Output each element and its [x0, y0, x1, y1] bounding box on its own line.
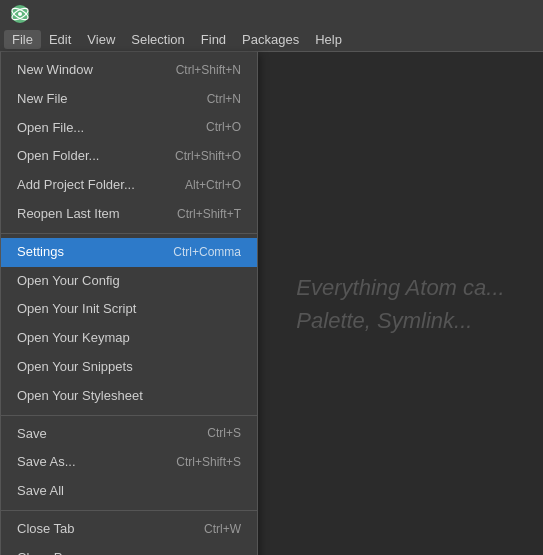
main-content-text: Everything Atom ca...Palette, Symlink... [276, 251, 524, 357]
menu-separator [1, 415, 257, 416]
menu-item-save-all[interactable]: Save All [1, 477, 257, 506]
menu-item-close-pane[interactable]: Close Pane [1, 544, 257, 555]
menu-item-label-save-all: Save All [17, 481, 64, 502]
menu-item-shortcut-open-folder: Ctrl+Shift+O [175, 147, 241, 166]
menu-item-label-reopen-last-item: Reopen Last Item [17, 204, 120, 225]
file-dropdown-menu: New WindowCtrl+Shift+NNew FileCtrl+NOpen… [0, 52, 258, 555]
menu-item-close-tab[interactable]: Close TabCtrl+W [1, 515, 257, 544]
menu-bar-item-find[interactable]: Find [193, 30, 234, 49]
menu-item-new-file[interactable]: New FileCtrl+N [1, 85, 257, 114]
menu-item-label-open-your-keymap: Open Your Keymap [17, 328, 130, 349]
menu-item-label-open-your-stylesheet: Open Your Stylesheet [17, 386, 143, 407]
menu-item-label-close-tab: Close Tab [17, 519, 75, 540]
menu-item-open-your-init-script[interactable]: Open Your Init Script [1, 295, 257, 324]
menu-item-label-open-folder: Open Folder... [17, 146, 99, 167]
menu-item-label-open-your-snippets: Open Your Snippets [17, 357, 133, 378]
menu-bar: FileEditViewSelectionFindPackagesHelp [0, 28, 543, 52]
menu-item-label-open-file: Open File... [17, 118, 84, 139]
menu-item-open-folder[interactable]: Open Folder...Ctrl+Shift+O [1, 142, 257, 171]
menu-bar-item-view[interactable]: View [79, 30, 123, 49]
menu-item-shortcut-reopen-last-item: Ctrl+Shift+T [177, 205, 241, 224]
menu-bar-item-selection[interactable]: Selection [123, 30, 192, 49]
menu-item-shortcut-add-project-folder: Alt+Ctrl+O [185, 176, 241, 195]
menu-item-reopen-last-item[interactable]: Reopen Last ItemCtrl+Shift+T [1, 200, 257, 229]
menu-item-shortcut-settings: Ctrl+Comma [173, 243, 241, 262]
menu-item-label-save-as: Save As... [17, 452, 76, 473]
menu-item-label-save: Save [17, 424, 47, 445]
atom-logo-icon [10, 4, 30, 24]
menu-item-shortcut-close-tab: Ctrl+W [204, 520, 241, 539]
menu-item-label-close-pane: Close Pane [17, 548, 84, 555]
menu-separator [1, 233, 257, 234]
menu-item-open-file[interactable]: Open File...Ctrl+O [1, 114, 257, 143]
menu-item-label-add-project-folder: Add Project Folder... [17, 175, 135, 196]
menu-item-shortcut-save-as: Ctrl+Shift+S [176, 453, 241, 472]
menu-item-label-settings: Settings [17, 242, 64, 263]
menu-item-label-new-file: New File [17, 89, 68, 110]
menu-item-open-your-stylesheet[interactable]: Open Your Stylesheet [1, 382, 257, 411]
menu-bar-item-packages[interactable]: Packages [234, 30, 307, 49]
menu-separator [1, 510, 257, 511]
menu-item-add-project-folder[interactable]: Add Project Folder...Alt+Ctrl+O [1, 171, 257, 200]
menu-bar-item-help[interactable]: Help [307, 30, 350, 49]
menu-item-settings[interactable]: SettingsCtrl+Comma [1, 238, 257, 267]
menu-item-new-window[interactable]: New WindowCtrl+Shift+N [1, 56, 257, 85]
menu-item-label-open-your-init-script: Open Your Init Script [17, 299, 136, 320]
menu-item-open-your-keymap[interactable]: Open Your Keymap [1, 324, 257, 353]
menu-item-shortcut-open-file: Ctrl+O [206, 118, 241, 137]
menu-bar-item-file[interactable]: File [4, 30, 41, 49]
menu-item-label-open-your-config: Open Your Config [17, 271, 120, 292]
menu-item-open-your-config[interactable]: Open Your Config [1, 267, 257, 296]
menu-item-label-new-window: New Window [17, 60, 93, 81]
title-bar [0, 0, 543, 28]
menu-item-shortcut-new-file: Ctrl+N [207, 90, 241, 109]
menu-item-shortcut-save: Ctrl+S [207, 424, 241, 443]
menu-item-save-as[interactable]: Save As...Ctrl+Shift+S [1, 448, 257, 477]
svg-point-3 [18, 12, 22, 16]
menu-item-shortcut-new-window: Ctrl+Shift+N [176, 61, 241, 80]
menu-bar-item-edit[interactable]: Edit [41, 30, 79, 49]
menu-item-save[interactable]: SaveCtrl+S [1, 420, 257, 449]
menu-item-open-your-snippets[interactable]: Open Your Snippets [1, 353, 257, 382]
main-content-area: Everything Atom ca...Palette, Symlink... [258, 52, 543, 555]
